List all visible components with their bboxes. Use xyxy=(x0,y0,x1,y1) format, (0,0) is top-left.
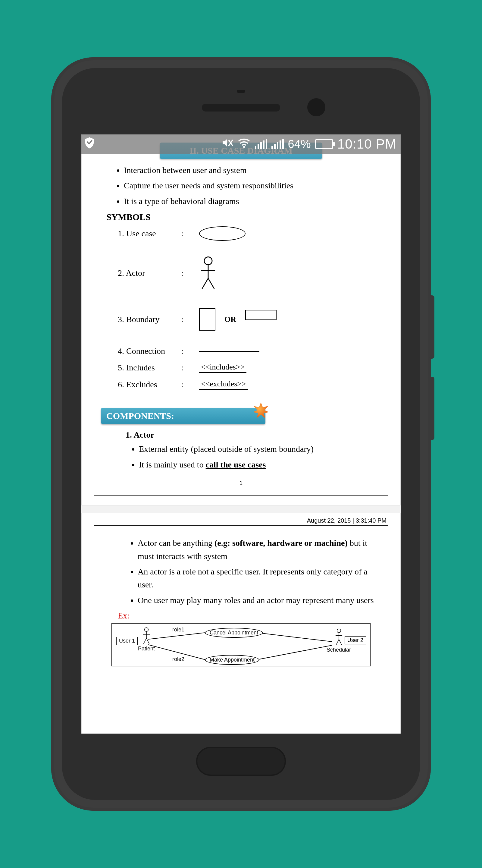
components-list: 1. Actor External entity (placed outside… xyxy=(126,430,378,471)
battery-icon xyxy=(315,139,333,149)
list-item: An actor is a role not a specific user. … xyxy=(138,565,378,591)
svg-line-8 xyxy=(148,632,205,639)
front-camera xyxy=(307,98,325,116)
list-item: 2. Actor : xyxy=(118,256,378,290)
excludes-label: <<excludes>> xyxy=(199,379,248,390)
list-item: Actor can be anything (e.g: software, ha… xyxy=(138,536,378,563)
example-label: Ex: xyxy=(118,611,378,621)
earpiece-speaker xyxy=(202,104,280,112)
status-bar: 64% 10:10 PM xyxy=(81,134,401,154)
document-viewport[interactable]: II. USE CASE DIAGRAM Interaction between… xyxy=(81,134,401,734)
document-page: II. USE CASE DIAGRAM Interaction between… xyxy=(81,134,401,505)
wifi-icon xyxy=(237,137,251,151)
line-icon xyxy=(199,350,259,352)
list-item: 6. Excludes : <<excludes>> xyxy=(118,379,378,390)
document-page: August 22, 2015 | 3:31:40 PM Actor can b… xyxy=(81,513,401,734)
list-item: 5. Includes : <<includes>> xyxy=(118,363,378,373)
includes-label: <<includes>> xyxy=(199,363,247,373)
list-item: 4. Connection : xyxy=(118,346,378,356)
signal-bars-2-icon xyxy=(271,139,284,149)
stick-figure-icon: Patient xyxy=(138,627,155,652)
symbols-heading: SYMBOLS xyxy=(106,212,378,222)
proximity-sensor xyxy=(237,90,245,93)
page-timestamp: August 22, 2015 | 3:31:40 PM xyxy=(307,517,386,524)
intro-bullets: Interaction between user and system Capt… xyxy=(124,164,378,208)
svg-line-15 xyxy=(144,638,147,644)
user-box: User 2 xyxy=(345,636,366,644)
stick-figure-icon xyxy=(199,256,217,290)
power-button[interactable] xyxy=(429,377,435,440)
screen[interactable]: 64% 10:10 PM II. USE CASE DIAGRAM xyxy=(81,134,401,734)
components-heading: COMPONENTS: xyxy=(101,408,265,424)
list-item: Capture the user needs and system respon… xyxy=(124,179,378,192)
role-label: role2 xyxy=(172,656,184,662)
svg-point-12 xyxy=(144,628,149,632)
svg-line-7 xyxy=(208,278,214,289)
svg-line-6 xyxy=(202,278,208,289)
list-item: Interaction between user and system xyxy=(124,164,378,177)
list-item: External entity (placed outside of syste… xyxy=(139,443,378,456)
battery-percent: 64% xyxy=(288,138,311,151)
volume-button[interactable] xyxy=(429,296,435,359)
svg-line-10 xyxy=(257,632,332,642)
role-label: role1 xyxy=(172,627,184,633)
usecase-ellipse: Cancel Appointment xyxy=(205,628,263,638)
svg-line-21 xyxy=(339,639,342,645)
svg-point-2 xyxy=(243,146,245,148)
svg-line-11 xyxy=(257,645,332,660)
list-item: 1. Use case : xyxy=(118,226,378,241)
list-item: One user may play many roles and an acto… xyxy=(138,594,378,607)
list-item: It is a type of behavioral diagrams xyxy=(124,195,378,208)
list-item: 3. Boundary : OR xyxy=(118,308,378,331)
svg-line-20 xyxy=(336,639,339,645)
list-item: It is mainly used to call the use cases xyxy=(139,458,378,471)
symbols-list: 1. Use case : 2. Actor : xyxy=(118,226,378,390)
component-title: 1. Actor xyxy=(126,430,378,440)
rectangle-icon xyxy=(245,310,277,320)
actor-bullets: Actor can be anything (e.g: software, ha… xyxy=(138,536,378,607)
uml-diagram: User 1 Patient role1 role2 Cancel Appoin… xyxy=(111,623,371,666)
usecase-ellipse: Make Appointment xyxy=(205,655,259,665)
ellipse-icon xyxy=(199,226,246,241)
svg-point-3 xyxy=(204,257,212,265)
phone-bezel: 64% 10:10 PM II. USE CASE DIAGRAM xyxy=(62,68,420,800)
mute-icon xyxy=(221,137,233,152)
rectangle-icon xyxy=(199,308,215,331)
svg-point-17 xyxy=(337,629,341,633)
signal-bars-1-icon xyxy=(255,139,267,149)
svg-line-16 xyxy=(147,638,149,644)
clock-time: 10:10 PM xyxy=(338,136,396,152)
page-number: 1 xyxy=(104,480,378,487)
shield-icon xyxy=(84,137,95,152)
starburst-icon xyxy=(253,402,269,418)
phone-frame: 64% 10:10 PM II. USE CASE DIAGRAM xyxy=(51,57,431,811)
home-button[interactable] xyxy=(196,747,286,776)
user-box: User 1 xyxy=(116,637,138,645)
